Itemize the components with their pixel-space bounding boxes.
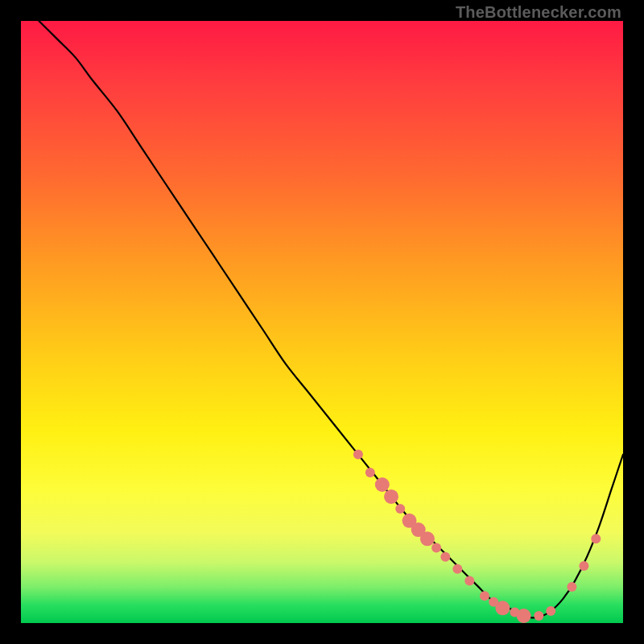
plot-area	[21, 21, 623, 623]
data-point	[546, 606, 555, 616]
data-point	[534, 611, 543, 621]
attribution-text: TheBottlenecker.com	[456, 3, 621, 22]
data-point	[365, 468, 375, 477]
data-point	[375, 477, 390, 492]
data-point	[480, 591, 489, 601]
data-point	[579, 561, 588, 571]
data-point	[452, 564, 462, 574]
data-point	[353, 450, 363, 460]
data-point	[420, 531, 435, 546]
data-point	[567, 582, 576, 592]
data-point	[517, 609, 531, 623]
data-point	[395, 504, 405, 514]
data-point	[440, 552, 450, 562]
plot-svg	[21, 21, 623, 623]
data-point	[384, 489, 398, 504]
data-point	[431, 543, 441, 553]
data-point	[591, 534, 601, 543]
chart-frame: TheBottlenecker.com	[0, 0, 644, 644]
data-point	[464, 576, 474, 586]
data-point	[495, 601, 510, 615]
bottleneck-curve	[39, 21, 623, 617]
